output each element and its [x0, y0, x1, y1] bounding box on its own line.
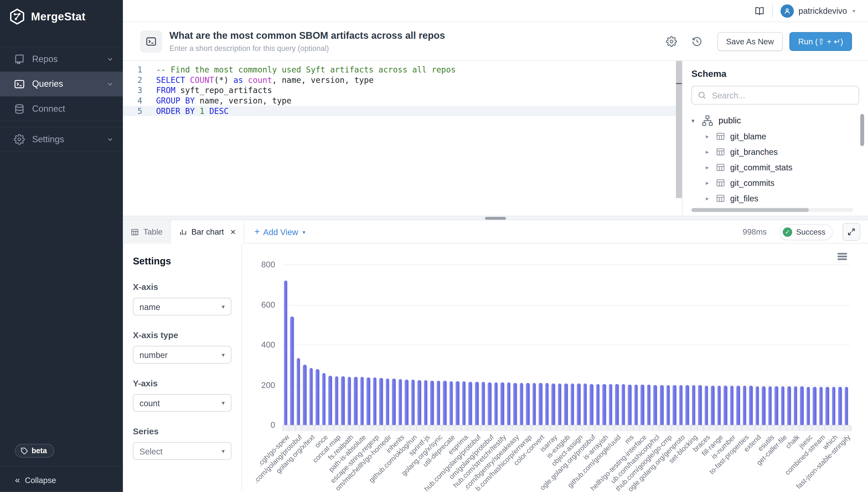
bar: [736, 386, 740, 425]
username[interactable]: patrickdevivo: [798, 6, 847, 16]
bar: [443, 381, 447, 425]
select-x-axis[interactable]: name▾: [133, 298, 231, 315]
bar: [749, 386, 753, 425]
code-line[interactable]: 5ORDER BY 1 DESC: [123, 106, 682, 116]
bar: [558, 383, 561, 425]
chevron-down-icon: ▾: [222, 447, 225, 455]
run-button[interactable]: Run (⇧ + ↵): [790, 32, 852, 51]
schema-table-git_files[interactable]: ▸git_files: [706, 190, 859, 206]
bar: [341, 376, 345, 425]
bar: [622, 384, 625, 425]
bar: [469, 382, 472, 425]
bar: [730, 386, 734, 425]
schema-table-label: git_files: [730, 193, 758, 203]
code-line[interactable]: 1-- Find the most commonly used Syft art…: [123, 65, 682, 75]
bar: [290, 317, 294, 425]
code-line[interactable]: 3FROM syft_repo_artifacts: [123, 85, 682, 96]
bar: [552, 383, 555, 425]
bar: [328, 376, 332, 425]
chevron-right-icon: ▸: [706, 148, 716, 155]
schema-horizontal-scrollbar[interactable]: [692, 208, 853, 212]
chart-settings-panel: Settings X-axisname▾X-axis typenumber▾Y-…: [123, 244, 242, 492]
schema-table-git_branches[interactable]: ▸git_branches: [706, 144, 859, 159]
chevron-right-icon: ▸: [706, 179, 716, 187]
check-icon: ✓: [783, 227, 792, 237]
chart-plot: 0200400600800.cgh/go-spew.com/golang/pro…: [242, 244, 868, 492]
chevron-down-icon[interactable]: ▾: [692, 117, 701, 124]
tabbar-status-area: 998ms ✓ Success: [743, 220, 868, 244]
bar: [775, 386, 778, 425]
bar: [692, 385, 695, 425]
bar: [832, 387, 836, 425]
sidebar-nav: ReposQueriesConnectSettings: [0, 47, 123, 152]
terminal-icon: [14, 78, 25, 90]
add-view-button[interactable]: + Add View ▾: [254, 220, 305, 244]
bar: [564, 384, 568, 425]
schema-table-git_commits[interactable]: ▸git_commits: [706, 175, 859, 190]
collapse-button[interactable]: « Collapse: [15, 476, 56, 485]
schema-table-label: git_branches: [730, 147, 778, 156]
select-y-axis[interactable]: count▾: [133, 394, 231, 412]
avatar[interactable]: [781, 4, 794, 18]
app-root: MergeStat ReposQueriesConnectSettings be…: [0, 0, 868, 492]
sidebar-item-connect[interactable]: Connect: [0, 96, 123, 121]
query-title[interactable]: What are the most common SBOM artifacts …: [169, 30, 445, 41]
bar: [411, 380, 415, 425]
tab-bar-chart[interactable]: Bar chart✕: [171, 220, 244, 244]
select-series[interactable]: Select▾: [133, 442, 231, 460]
sidebar-item-settings[interactable]: Settings: [0, 127, 123, 152]
sidebar-item-label: Connect: [32, 104, 65, 114]
bar: [507, 383, 510, 425]
field-label: Y-axis: [133, 378, 231, 389]
panel-resizer[interactable]: [123, 216, 868, 220]
schema-search: [692, 86, 859, 105]
query-description-input[interactable]: [169, 44, 402, 52]
expand-button[interactable]: [843, 223, 860, 241]
code-line[interactable]: 2SELECT COUNT(*) as count, name, version…: [123, 75, 682, 85]
code-line[interactable]: 4GROUP BY name, version, type: [123, 96, 682, 106]
table-icon: [716, 147, 725, 156]
tab-table[interactable]: Table: [123, 220, 171, 244]
beta-badge: beta: [15, 444, 54, 458]
y-tick-label: 400: [242, 340, 275, 349]
table-icon: [716, 178, 725, 187]
chevron-down-icon[interactable]: ▾: [852, 8, 855, 14]
schema-table-git_blame[interactable]: ▸git_blame: [706, 128, 859, 144]
query-duration: 998ms: [743, 227, 767, 236]
bar: [603, 384, 606, 425]
gear-icon[interactable]: [666, 35, 677, 47]
bar: [303, 365, 307, 425]
select-x-axis-type[interactable]: number▾: [133, 346, 231, 364]
close-icon[interactable]: ✕: [230, 228, 236, 236]
history-icon[interactable]: [691, 35, 702, 47]
sidebar-item-repos[interactable]: Repos: [0, 47, 123, 72]
bar: [526, 383, 530, 425]
bar: [609, 384, 612, 425]
topbar-separator: [772, 5, 773, 17]
docs-book-icon[interactable]: [755, 6, 765, 16]
schema-vertical-scrollbar[interactable]: [860, 114, 864, 146]
sidebar-item-queries[interactable]: Queries: [0, 72, 123, 96]
code-text: SELECT COUNT(*) as count, name, version,…: [142, 76, 373, 85]
logo[interactable]: MergeStat: [0, 0, 123, 33]
terminal-icon: [145, 35, 156, 47]
schema-table-label: git_commits: [730, 178, 775, 187]
schema-search-input[interactable]: [711, 90, 853, 100]
bar: [367, 377, 370, 425]
sql-editor[interactable]: 1-- Find the most commonly used Syft art…: [123, 61, 682, 216]
bar: [845, 387, 848, 425]
y-tick-label: 800: [242, 260, 275, 269]
bar: [698, 385, 702, 425]
bar: [723, 386, 727, 425]
bar: [316, 369, 319, 425]
schema-table-git_commit_stats[interactable]: ▸git_commit_stats: [706, 159, 859, 175]
schema-root-public[interactable]: ▾ public: [692, 113, 859, 128]
barchart-icon: [179, 228, 187, 236]
code-text: FROM syft_repo_artifacts: [142, 86, 272, 95]
editor-scrollbar[interactable]: [676, 61, 682, 198]
bar: [322, 373, 326, 425]
save-as-new-button[interactable]: Save As New: [717, 32, 783, 51]
code-text: GROUP BY name, version, type: [142, 96, 291, 105]
bar: [641, 385, 645, 425]
bar: [794, 387, 797, 425]
